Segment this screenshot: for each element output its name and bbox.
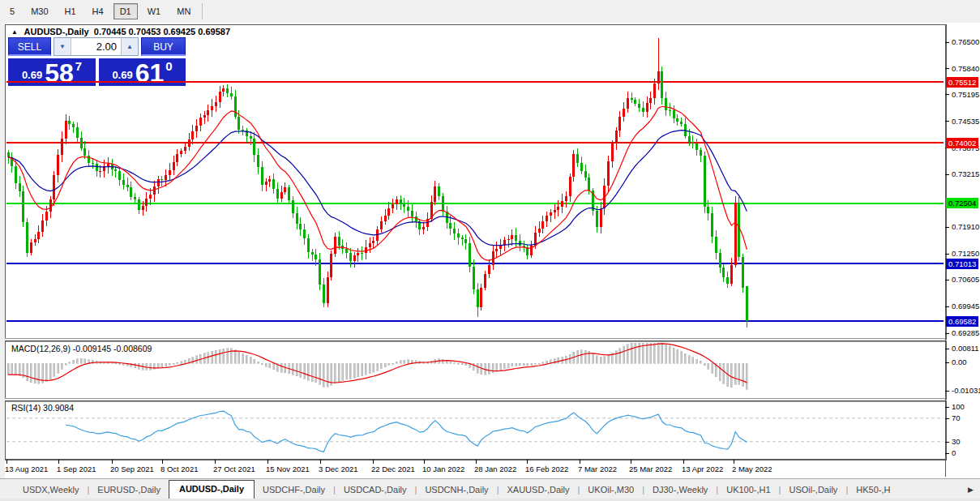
- tab-usoil-daily[interactable]: USOil-,Daily: [781, 482, 845, 499]
- symbol-title: AUDUSD-,Daily: [24, 27, 89, 36]
- date-tick-label: 16 Feb 2022: [525, 465, 568, 473]
- timeframe-button-5[interactable]: 5: [3, 3, 21, 19]
- sell-button[interactable]: SELL: [8, 37, 51, 56]
- sell-price-big: 58: [45, 62, 74, 84]
- date-tick-label: 13 Apr 2022: [682, 465, 723, 473]
- tab-hk50-h[interactable]: HK50-,H: [848, 482, 898, 499]
- volume-stepper: ▼ ▲: [53, 37, 139, 56]
- rsi-tick-label: 30: [952, 437, 961, 446]
- rsi-tick-label: 100: [952, 402, 965, 411]
- price-level-badge: 0.75512: [946, 77, 978, 88]
- macd-tick-label: -0.010315: [952, 386, 980, 395]
- price-tick-label: 0.73215: [952, 169, 979, 178]
- rsi-tick-label: 0: [952, 448, 956, 457]
- toolbar-separator: [202, 3, 203, 19]
- tab-usdx-weekly[interactable]: USDX,Weekly: [15, 482, 87, 499]
- ohlc-values: 0.70445 0.70453 0.69425 0.69587: [94, 27, 230, 36]
- tab-audusd-daily[interactable]: AUDUSD-,Daily: [169, 480, 255, 499]
- tab-usdcnh-daily[interactable]: USDCNH-,Daily: [417, 482, 496, 499]
- price-level-badge: 0.74002: [946, 138, 978, 148]
- collapse-trade-panel-icon[interactable]: ▲: [11, 28, 18, 36]
- price-tick-label: 0.71250: [952, 249, 979, 258]
- sell-price-prefix: 0.69: [22, 69, 42, 81]
- price-axis-line: [945, 24, 946, 477]
- date-tick-label: 8 Oct 2021: [160, 465, 198, 473]
- tab-eurusd-daily[interactable]: EURUSD-,Daily: [89, 482, 169, 499]
- date-tick-label: 7 Mar 2022: [578, 465, 617, 473]
- sell-price-display[interactable]: 0.69 58 7: [8, 58, 96, 86]
- buy-price-sup: 0: [165, 59, 172, 73]
- timeframe-toolbar: 5M30H1H4D1W1MN: [0, 0, 980, 24]
- volume-decrease-icon[interactable]: ▼: [54, 38, 71, 55]
- tab-dj30-weekly[interactable]: DJ30-,Weekly: [644, 482, 716, 499]
- date-tick-label: 3 Dec 2021: [319, 465, 358, 473]
- tab-usdcad-daily[interactable]: USDCAD-,Daily: [336, 482, 415, 499]
- macd-tick-label: 0.00811: [952, 344, 979, 353]
- chart-title: ▲ AUDUSD-,Daily 0.70445 0.70453 0.69425 …: [11, 27, 230, 36]
- date-tick-label: 22 Dec 2021: [371, 465, 415, 473]
- buy-price-display[interactable]: 0.69 61 0: [99, 58, 186, 86]
- price-tick-label: 0.69285: [952, 328, 979, 337]
- symbol-tab-bar: USDX,Weekly|EURUSD-,DailyAUDUSD-,DailyUS…: [0, 478, 980, 499]
- date-tick-label: 27 Oct 2021: [213, 465, 255, 473]
- rsi-label: RSI(14) 30.9084: [11, 403, 74, 413]
- volume-increase-icon[interactable]: ▲: [121, 38, 138, 55]
- tab-scroll-right-icon[interactable]: ▶: [968, 486, 980, 499]
- timeframe-button-mn[interactable]: MN: [170, 3, 197, 19]
- date-tick-label: 10 Jan 2022: [422, 465, 464, 473]
- price-tick-label: 0.71910: [952, 222, 979, 231]
- macd-tick-label: 0.00: [952, 358, 967, 366]
- buy-price-prefix: 0.69: [112, 69, 132, 81]
- date-tick-label: 2 May 2022: [732, 465, 772, 473]
- date-tick-label: 28 Jan 2022: [474, 465, 516, 473]
- price-tick-label: 0.75840: [952, 64, 979, 73]
- date-tick-label: 20 Sep 2021: [110, 465, 154, 473]
- price-level-badge: 0.72504: [946, 198, 978, 208]
- price-level-badge: 0.69582: [946, 316, 978, 327]
- price-tick-label: 0.76500: [952, 37, 979, 46]
- timeframe-button-h4[interactable]: H4: [86, 3, 110, 19]
- rsi-tick-label: 70: [952, 413, 961, 422]
- tab-uk100-h1[interactable]: UK100-,H1: [718, 482, 778, 499]
- timeframe-button-d1[interactable]: D1: [113, 3, 138, 19]
- price-tick-label: 0.70605: [952, 275, 979, 284]
- timeframe-button-m30[interactable]: M30: [24, 3, 54, 19]
- date-tick-label: 1 Sep 2021: [57, 465, 96, 473]
- macd-label: MACD(12,26,9) -0.009145 -0.008609: [11, 344, 152, 353]
- price-tick-label: 0.74535: [952, 117, 979, 126]
- timeframe-button-h1[interactable]: H1: [58, 3, 83, 19]
- buy-button[interactable]: BUY: [141, 37, 186, 56]
- volume-input[interactable]: [71, 38, 121, 55]
- buy-price-big: 61: [135, 62, 165, 84]
- tab-usdchf-daily[interactable]: USDCHF-,Daily: [255, 482, 333, 499]
- mt4-trading-platform: { "toolbar": { "timeframes": [ {"label":…: [0, 0, 980, 501]
- sell-price-sup: 7: [75, 59, 82, 73]
- date-tick-label: 13 Aug 2021: [5, 465, 48, 473]
- tab-xauusd-daily[interactable]: XAUUSD-,Daily: [499, 482, 577, 499]
- tab-ukoil-m30[interactable]: UKOil-,M30: [580, 482, 642, 499]
- price-level-badge: 0.71013: [946, 259, 978, 269]
- date-tick-label: 15 Nov 2021: [266, 465, 310, 473]
- price-tick-label: 0.69945: [952, 302, 979, 310]
- timeframe-button-w1[interactable]: W1: [141, 3, 168, 19]
- rsi-pane: [5, 400, 947, 460]
- date-tick-label: 25 Mar 2022: [629, 465, 672, 473]
- price-tick-label: 0.75195: [952, 90, 979, 99]
- one-click-trading-panel: SELL ▼ ▲ BUY 0.69 58 7 0.69 61 0: [8, 37, 186, 86]
- axis-separator: [5, 459, 945, 460]
